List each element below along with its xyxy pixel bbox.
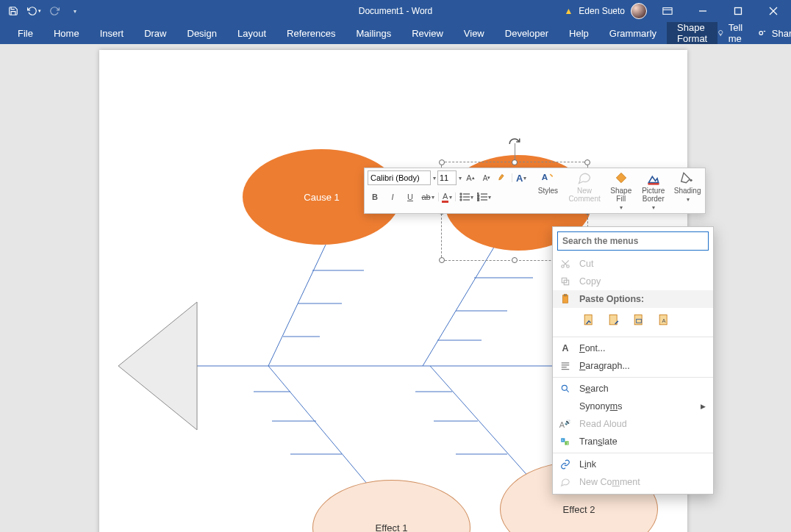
resize-handle[interactable] [439, 159, 445, 165]
new-comment-button[interactable]: New Comment [564, 168, 604, 213]
menu-paragraph[interactable]: Paragraph... [553, 357, 713, 375]
rotate-handle-icon[interactable] [508, 137, 521, 151]
tab-developer[interactable]: Developer [495, 22, 559, 44]
effect1-label: Effect 1 [376, 522, 408, 533]
resize-handle[interactable] [584, 159, 590, 165]
read-aloud-icon: A🔊 [559, 417, 572, 431]
paste-options-row: A [553, 308, 713, 334]
qat-customize-button[interactable]: ▾ [66, 2, 84, 20]
maximize-button[interactable] [723, 0, 753, 22]
svg-rect-50 [634, 315, 642, 325]
svg-point-39 [690, 179, 692, 181]
arrow-head-shape[interactable] [112, 296, 201, 436]
close-button[interactable] [759, 0, 788, 22]
font-icon: A [559, 342, 572, 355]
menu-read-aloud[interactable]: A🔊 Read Aloud [553, 415, 713, 433]
tab-view[interactable]: View [454, 22, 495, 44]
lightbulb-icon [717, 28, 724, 38]
svg-point-27 [460, 196, 462, 198]
resize-handle[interactable] [439, 257, 445, 263]
shape-fill-button[interactable]: Shape Fill▾ [605, 168, 637, 213]
save-button[interactable] [4, 2, 22, 20]
shading-button[interactable]: Shading▾ [670, 168, 706, 213]
svg-text:A: A [662, 317, 666, 324]
menu-link[interactable]: Link [553, 456, 713, 473]
mini-toolbar: ▾ ▾ A▴ A▾ A▾ B I U ab▾ A▾ ▾ 123▾ A Style… [364, 168, 706, 214]
link-icon [559, 458, 572, 471]
tab-references[interactable]: References [276, 22, 346, 44]
svg-rect-3 [735, 8, 742, 15]
shape-fill-icon [614, 170, 629, 185]
paste-icon [559, 292, 572, 306]
svg-line-16 [268, 366, 382, 502]
resize-handle[interactable] [512, 257, 518, 263]
paste-picture-button[interactable] [629, 311, 648, 330]
format-painter-button[interactable] [495, 170, 510, 185]
tab-grammarly[interactable]: Grammarly [599, 22, 667, 44]
font-size-dropdown[interactable]: ▾ [459, 175, 462, 181]
ribbon-display-button[interactable] [653, 0, 682, 22]
strikethrough-button[interactable]: ab▾ [420, 190, 435, 204]
resize-handle[interactable] [512, 159, 518, 165]
tab-help[interactable]: Help [559, 22, 599, 44]
font-color-toggle[interactable]: A▾ [514, 170, 529, 185]
font-name-input[interactable] [368, 170, 431, 185]
menu-translate[interactable]: a文 Translate [553, 433, 713, 450]
menu-cut[interactable]: Cut [553, 255, 713, 273]
svg-point-6 [759, 32, 763, 35]
tab-insert[interactable]: Insert [90, 22, 135, 44]
tab-design[interactable]: Design [177, 22, 227, 44]
effect1-shape[interactable]: Effect 1 [312, 480, 470, 532]
tab-mailings[interactable]: Mailings [346, 22, 402, 44]
grow-font-button[interactable]: A▴ [463, 170, 478, 185]
user-name[interactable]: Eden Sueto [579, 6, 625, 16]
svg-rect-46 [563, 295, 568, 303]
tab-shape-format[interactable]: Shape Format [667, 22, 717, 44]
title-bar: ▾ ▾ Document1 - Word ▲ Eden Sueto [0, 0, 791, 22]
undo-button[interactable]: ▾ [25, 2, 43, 20]
styles-icon: A [540, 170, 555, 185]
svg-marker-24 [118, 302, 197, 430]
svg-line-8 [268, 245, 326, 366]
menu-new-comment[interactable]: New Comment [553, 473, 713, 491]
menu-paste-options-header: Paste Options: [553, 290, 713, 308]
menu-search-input[interactable] [557, 231, 709, 251]
share-button[interactable]: Share [757, 28, 791, 39]
redo-button[interactable] [46, 2, 63, 20]
font-name-dropdown[interactable]: ▾ [433, 175, 436, 181]
shading-icon [680, 170, 695, 185]
menu-copy[interactable]: Copy [553, 273, 713, 290]
menu-search[interactable]: Search [553, 380, 713, 398]
svg-text:3: 3 [477, 198, 479, 201]
menu-synonyms[interactable]: Synonyms ▶ [553, 398, 713, 415]
font-size-input[interactable] [437, 170, 457, 185]
paste-use-destination-button[interactable] [579, 311, 598, 330]
tab-layout[interactable]: Layout [227, 22, 276, 44]
underline-button[interactable]: U [403, 190, 418, 204]
shrink-font-button[interactable]: A▾ [479, 170, 494, 185]
tab-draw[interactable]: Draw [134, 22, 176, 44]
svg-rect-47 [564, 295, 567, 296]
submenu-arrow-icon: ▶ [701, 403, 706, 410]
picture-border-icon [646, 170, 661, 185]
paste-keep-source-button[interactable] [604, 311, 623, 330]
quick-access-toolbar: ▾ ▾ [0, 2, 84, 20]
picture-border-button[interactable]: Picture Border▾ [637, 168, 670, 213]
tell-me-button[interactable]: Tell me [717, 22, 747, 44]
minimize-button[interactable] [688, 0, 717, 22]
italic-button[interactable]: I [385, 190, 400, 204]
tab-review[interactable]: Review [401, 22, 454, 44]
styles-button[interactable]: A Styles [531, 168, 564, 213]
new-comment-icon [559, 475, 572, 489]
highlight-button[interactable]: A▾ [442, 190, 452, 204]
user-avatar[interactable] [631, 3, 647, 19]
menu-font[interactable]: A Font... [553, 339, 713, 357]
svg-point-29 [460, 199, 462, 201]
paragraph-icon [559, 359, 572, 373]
numbering-button[interactable]: 123▾ [476, 190, 491, 204]
bold-button[interactable]: B [368, 190, 382, 204]
bullets-button[interactable]: ▾ [459, 190, 473, 204]
tab-home[interactable]: Home [43, 22, 90, 44]
paste-text-only-button[interactable]: A [654, 311, 673, 330]
tab-file[interactable]: File [7, 22, 43, 44]
